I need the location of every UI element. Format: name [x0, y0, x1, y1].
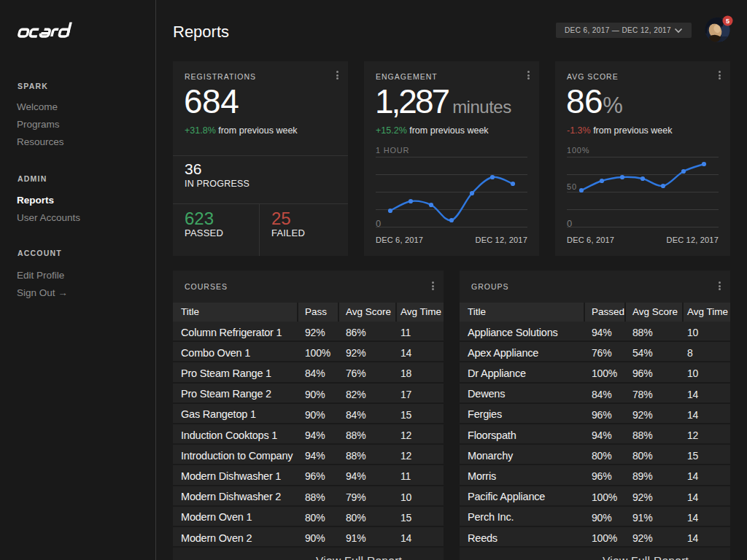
svg-text:5: 5 — [726, 18, 729, 25]
